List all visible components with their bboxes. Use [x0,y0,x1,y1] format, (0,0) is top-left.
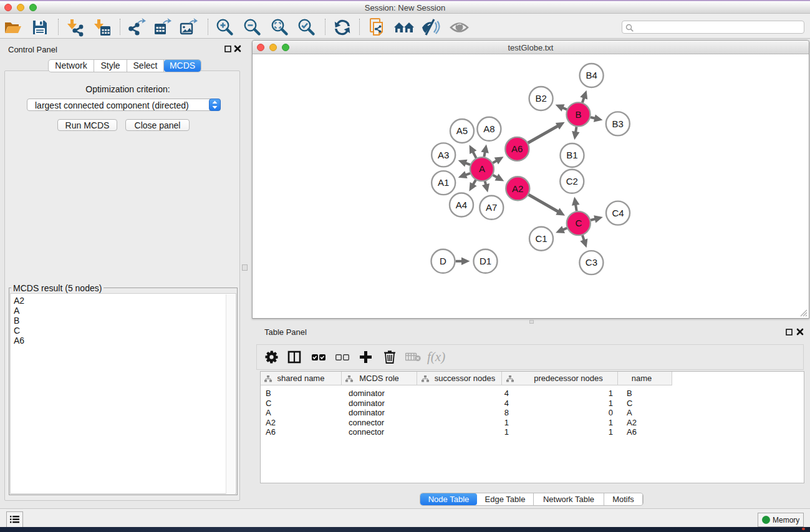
svg-text:A8: A8 [483,123,494,134]
svg-text:B4: B4 [586,70,597,80]
svg-text:A3: A3 [438,150,449,160]
svg-text:A4: A4 [456,200,467,210]
svg-text:A6: A6 [511,143,523,154]
svg-text:C2: C2 [566,176,578,186]
svg-text:B1: B1 [566,150,577,160]
svg-text:C: C [575,218,582,228]
svg-text:D: D [440,256,446,266]
svg-text:B2: B2 [535,93,546,104]
svg-text:A: A [479,163,485,174]
svg-text:C4: C4 [612,208,624,218]
svg-text:C3: C3 [586,257,597,268]
svg-text:B3: B3 [612,118,624,129]
svg-text:A1: A1 [438,177,449,188]
svg-text:A2: A2 [512,183,523,194]
svg-text:A5: A5 [456,125,468,136]
svg-text:D1: D1 [480,256,491,266]
svg-text:A7: A7 [486,202,497,213]
svg-text:B: B [575,109,581,120]
svg-text:C1: C1 [535,233,547,244]
